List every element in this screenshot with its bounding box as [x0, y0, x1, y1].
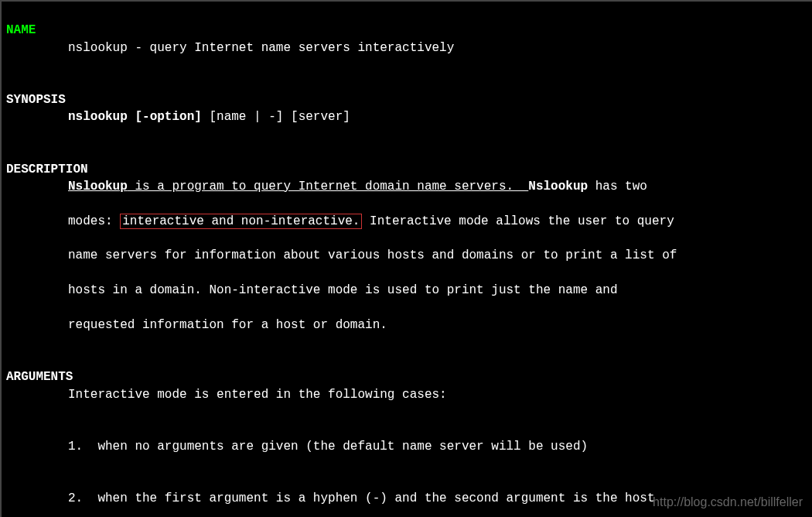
desc-line5: requested information for a host or doma…	[6, 317, 807, 334]
desc-line3: name servers for information about vario…	[6, 247, 807, 264]
args-intro: Interactive mode is entered in the follo…	[6, 386, 807, 403]
section-name-header: NAME	[6, 23, 36, 37]
desc-line2: modes: interactive and non-interactive. …	[6, 213, 807, 230]
section-arguments-header: ARGUMENTS	[6, 370, 73, 384]
desc-line1: Nslookup is a program to query Internet …	[6, 178, 807, 195]
name-line: nslookup - query Internet name servers i…	[6, 39, 807, 56]
synopsis-rest: [name | -] [server]	[202, 110, 350, 124]
desc-nslookup1: Nslookup	[68, 180, 128, 193]
desc-text1b: has two	[588, 180, 647, 193]
section-synopsis-header: SYNOPSIS	[6, 93, 66, 107]
synopsis-line: nslookup [-option] [name | -] [server]	[6, 108, 807, 125]
watermark: http://blog.csdn.net/billfeller	[653, 494, 803, 511]
desc-line4: hosts in a domain. Non-interactive mode …	[6, 282, 807, 299]
section-description-header: DESCRIPTION	[6, 163, 88, 176]
manpage-content: NAME nslookup - query Internet name serv…	[2, 2, 812, 517]
desc-nslookup2: Nslookup	[528, 180, 588, 193]
desc-text1: is a program to query Internet domain na…	[128, 180, 528, 193]
desc-boxed: interactive and non-interactive.	[120, 214, 362, 229]
synopsis-cmd: nslookup	[68, 110, 128, 124]
desc-text2: Interactive mode allows the user to quer…	[362, 214, 674, 228]
args-item1: 1. when no arguments are given (the defa…	[6, 438, 807, 455]
desc-modes: modes:	[68, 214, 120, 228]
synopsis-opt: [-option]	[135, 110, 201, 124]
